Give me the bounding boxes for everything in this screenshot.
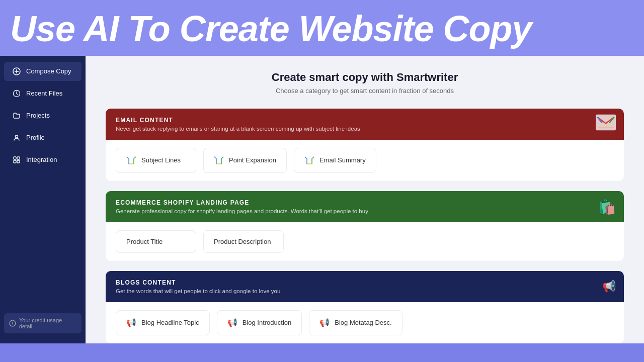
tool-label: Blog Headline Topic <box>141 319 199 326</box>
email-category-title: EMAIL CONTENT <box>116 117 614 124</box>
svg-rect-7 <box>14 160 16 163</box>
header-banner: Use AI To Create Website Copy <box>0 0 644 56</box>
sidebar-item-recent-files[interactable]: Recent Files <box>4 84 82 103</box>
category-card-email: EMAIL CONTENT Never get stuck replying t… <box>106 109 624 181</box>
email-category-body: Subject Lines Point Expan <box>106 140 624 181</box>
tool-product-description[interactable]: Product Description <box>203 230 284 253</box>
tool-label: Subject Lines <box>141 156 181 164</box>
sidebar: Compose Copy Recent Files Projects <box>0 56 86 343</box>
email-category-desc: Never get stuck replying to emails or st… <box>116 126 514 132</box>
tool-blog-metatag-desc[interactable]: 📢 Blog Metatag Desc. <box>309 310 402 335</box>
tool-email-summary[interactable]: Email Summary <box>294 148 376 173</box>
tool-subject-lines[interactable]: Subject Lines <box>116 148 196 173</box>
tool-label: Email Summary <box>319 156 366 164</box>
blog-icon-3: 📢 <box>319 318 330 328</box>
sidebar-item-label: Integration <box>26 156 57 163</box>
sidebar-item-label: Recent Files <box>26 89 62 97</box>
category-card-blogs: BLOGS CONTENT Get the words that will ge… <box>106 271 624 343</box>
blogs-tools-grid: 📢 Blog Headline Topic 📢 Blog Introductio… <box>116 310 614 335</box>
sidebar-item-profile[interactable]: Profile <box>4 128 82 147</box>
blogs-category-body: 📢 Blog Headline Topic 📢 Blog Introductio… <box>106 302 624 343</box>
email-category-icon <box>596 114 616 134</box>
blog-icon: 📢 <box>126 318 136 328</box>
main-container: Compose Copy Recent Files Projects <box>0 56 644 343</box>
integration-icon <box>12 155 21 164</box>
tool-label: Point Expansion <box>229 156 276 164</box>
blogs-category-title: BLOGS CONTENT <box>116 279 614 286</box>
recent-icon <box>12 89 21 98</box>
plus-icon <box>12 67 21 76</box>
sidebar-item-label: Compose Copy <box>26 67 71 75</box>
shopify-category-desc: Generate professional copy for shopify l… <box>116 208 514 214</box>
folder-icon <box>12 111 21 120</box>
svg-point-11 <box>12 324 13 325</box>
svg-point-4 <box>16 135 18 138</box>
shopify-category-header: ECOMMERCE SHOPIFY LANDING PAGE Generate … <box>106 191 624 222</box>
credit-label: Your credit usage detail <box>19 317 76 329</box>
blogs-category-header: BLOGS CONTENT Get the words that will ge… <box>106 271 624 302</box>
sidebar-item-integration[interactable]: Integration <box>4 150 82 169</box>
tool-point-expansion[interactable]: Point Expansion <box>203 148 287 173</box>
credit-badge: Your credit usage detail <box>4 313 82 333</box>
tool-label: Blog Introduction <box>243 319 292 326</box>
tool-blog-introduction[interactable]: 📢 Blog Introduction <box>217 310 302 335</box>
page-title: Use AI To Create Website Copy <box>10 10 634 48</box>
content-subtitle: Choose a category to get smart content i… <box>106 87 624 95</box>
svg-rect-6 <box>17 157 20 159</box>
svg-rect-5 <box>14 157 16 159</box>
sidebar-item-projects[interactable]: Projects <box>4 106 82 125</box>
content-title: Create smart copy with Smartwriter <box>106 71 624 84</box>
sidebar-item-label: Profile <box>26 134 45 141</box>
shopify-category-body: Product Title Product Description <box>106 222 624 261</box>
content-header: Create smart copy with Smartwriter Choos… <box>106 71 624 95</box>
gmail-icon <box>126 155 136 165</box>
sidebar-bottom: Your credit usage detail <box>0 308 86 338</box>
email-tools-grid: Subject Lines Point Expan <box>116 148 614 173</box>
gmail-icon-3 <box>304 155 314 165</box>
content-panel: Create smart copy with Smartwriter Choos… <box>86 56 644 343</box>
tool-blog-headline-topic[interactable]: 📢 Blog Headline Topic <box>116 310 210 335</box>
shopify-category-title: ECOMMERCE SHOPIFY LANDING PAGE <box>116 199 614 206</box>
category-card-shopify: ECOMMERCE SHOPIFY LANDING PAGE Generate … <box>106 191 624 261</box>
tool-product-title[interactable]: Product Title <box>116 230 196 253</box>
profile-icon <box>12 133 21 142</box>
shopify-tools-grid: Product Title Product Description <box>116 230 614 253</box>
blogs-category-icon: 📢 <box>602 280 616 293</box>
sidebar-item-label: Projects <box>26 112 50 119</box>
shopify-category-icon: 🛍️ <box>598 198 616 215</box>
blogs-category-desc: Get the words that will get people to cl… <box>116 288 514 294</box>
tool-label: Product Description <box>214 238 271 245</box>
tool-label: Product Title <box>126 238 163 245</box>
blog-icon-2: 📢 <box>227 318 237 328</box>
svg-rect-12 <box>596 114 616 130</box>
gmail-icon-2 <box>214 155 224 165</box>
email-category-header: EMAIL CONTENT Never get stuck replying t… <box>106 109 624 140</box>
sidebar-item-compose-copy[interactable]: Compose Copy <box>4 62 82 81</box>
tool-label: Blog Metatag Desc. <box>335 319 391 326</box>
svg-rect-8 <box>17 160 20 163</box>
